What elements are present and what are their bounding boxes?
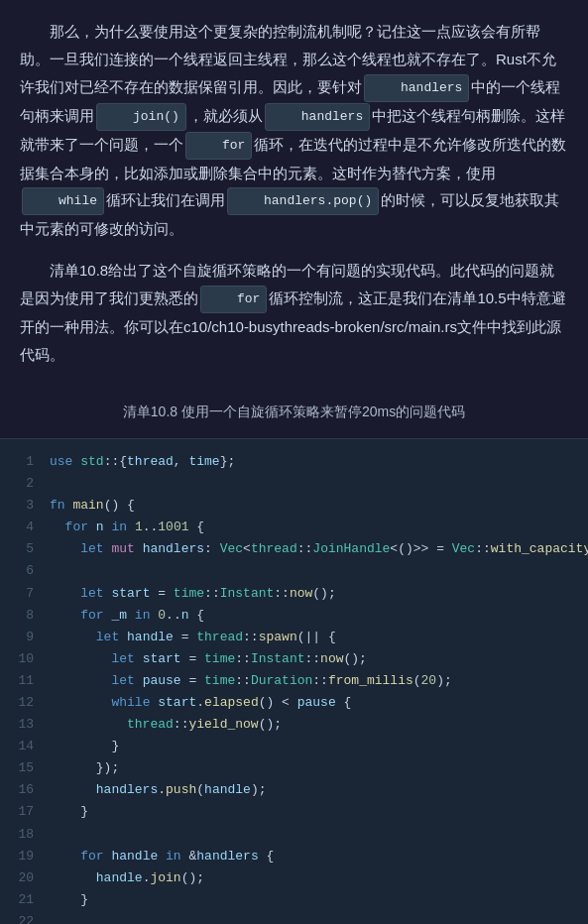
line-num-6: 6: [12, 560, 34, 582]
code-content-4: for n in 1..1001 {: [50, 517, 576, 538]
line-num-7: 7: [12, 583, 34, 605]
code-content-1: use std::{thread, time};: [50, 451, 576, 473]
code-content-17: }: [50, 801, 576, 823]
line-num-12: 12: [12, 692, 34, 714]
line-num-1: 1: [12, 451, 34, 473]
code-line-20: 20 handle.join();: [0, 867, 588, 889]
inline-code-while: while: [22, 187, 104, 215]
inline-code-handlers2: handlers: [265, 103, 370, 131]
code-content-6: [50, 560, 576, 582]
code-content-3: fn main() {: [50, 495, 576, 517]
inline-code-for1: for: [185, 132, 252, 160]
code-line-21: 21 }: [0, 889, 588, 911]
code-line-7: 7 let start = time::Instant::now();: [0, 583, 588, 605]
line-num-2: 2: [12, 473, 34, 495]
code-line-14: 14 }: [0, 736, 588, 757]
code-caption: 清单10.8 使用一个自旋循环策略来暂停20ms的问题代码: [0, 392, 588, 438]
code-line-4: 4 for n in 1..1001 {: [0, 517, 588, 538]
code-line-6: 6: [0, 560, 588, 582]
line-num-20: 20: [12, 867, 34, 889]
code-line-17: 17 }: [0, 801, 588, 823]
code-content-12: while start.elapsed() < pause {: [50, 692, 576, 714]
code-content-8: for _m in 0..n {: [50, 605, 576, 627]
line-num-8: 8: [12, 605, 34, 627]
line-num-22: 22: [12, 911, 34, 924]
code-line-15: 15 });: [0, 757, 588, 779]
code-content-9: let handle = thread::spawn(|| {: [50, 627, 576, 648]
line-num-14: 14: [12, 736, 34, 757]
code-content-14: }: [50, 736, 576, 757]
line-num-16: 16: [12, 779, 34, 801]
code-content-7: let start = time::Instant::now();: [50, 583, 576, 605]
code-content-2: [50, 473, 576, 495]
code-content-15: });: [50, 757, 576, 779]
code-content-21: }: [50, 889, 576, 911]
code-line-5: 5 let mut handlers: Vec<thread::JoinHand…: [0, 538, 588, 560]
inline-code-join: join(): [96, 103, 186, 131]
code-line-11: 11 let pause = time::Duration::from_mill…: [0, 670, 588, 692]
code-line-18: 18: [0, 824, 588, 846]
line-num-15: 15: [12, 757, 34, 779]
code-content-10: let start = time::Instant::now();: [50, 648, 576, 670]
code-line-16: 16 handlers.push(handle);: [0, 779, 588, 801]
code-line-3: 3 fn main() {: [0, 495, 588, 517]
code-content-13: thread::yield_now();: [50, 714, 576, 736]
text-section: 那么，为什么要使用这个更复杂的控制流机制呢？记住这一点应该会有所帮助。一旦我们连…: [0, 0, 588, 392]
code-line-9: 9 let handle = thread::spawn(|| {: [0, 627, 588, 648]
code-line-1: 1 use std::{thread, time};: [0, 451, 588, 473]
line-num-9: 9: [12, 627, 34, 648]
code-content-20: handle.join();: [50, 867, 576, 889]
line-num-10: 10: [12, 648, 34, 670]
code-line-22: 22: [0, 911, 588, 924]
code-block: 1 use std::{thread, time}; 2 3 fn main()…: [0, 438, 588, 924]
line-num-5: 5: [12, 538, 34, 560]
line-num-18: 18: [12, 824, 34, 846]
inline-code-handlers-pop: handlers.pop(): [227, 187, 379, 215]
code-content-11: let pause = time::Duration::from_millis(…: [50, 670, 576, 692]
line-num-17: 17: [12, 801, 34, 823]
paragraph-2: 清单10.8给出了这个自旋循环策略的一个有问题的实现代码。此代码的问题就是因为使…: [20, 257, 568, 368]
code-content-18: [50, 824, 576, 846]
line-num-13: 13: [12, 714, 34, 736]
line-num-4: 4: [12, 517, 34, 538]
code-line-2: 2: [0, 473, 588, 495]
code-line-10: 10 let start = time::Instant::now();: [0, 648, 588, 670]
code-line-12: 12 while start.elapsed() < pause {: [0, 692, 588, 714]
inline-code-handlers1: handlers: [364, 74, 469, 102]
line-num-19: 19: [12, 846, 34, 867]
line-num-11: 11: [12, 670, 34, 692]
line-num-21: 21: [12, 889, 34, 911]
code-line-13: 13 thread::yield_now();: [0, 714, 588, 736]
paragraph-1: 那么，为什么要使用这个更复杂的控制流机制呢？记住这一点应该会有所帮助。一旦我们连…: [20, 18, 568, 243]
line-num-3: 3: [12, 495, 34, 517]
code-line-8: 8 for _m in 0..n {: [0, 605, 588, 627]
code-content-19: for handle in &handlers {: [50, 846, 576, 867]
code-content-5: let mut handlers: Vec<thread::JoinHandle…: [50, 538, 588, 560]
code-content-16: handlers.push(handle);: [50, 779, 576, 801]
code-line-19: 19 for handle in &handlers {: [0, 846, 588, 867]
inline-code-for2: for: [200, 286, 267, 313]
code-content-22: [50, 911, 576, 924]
